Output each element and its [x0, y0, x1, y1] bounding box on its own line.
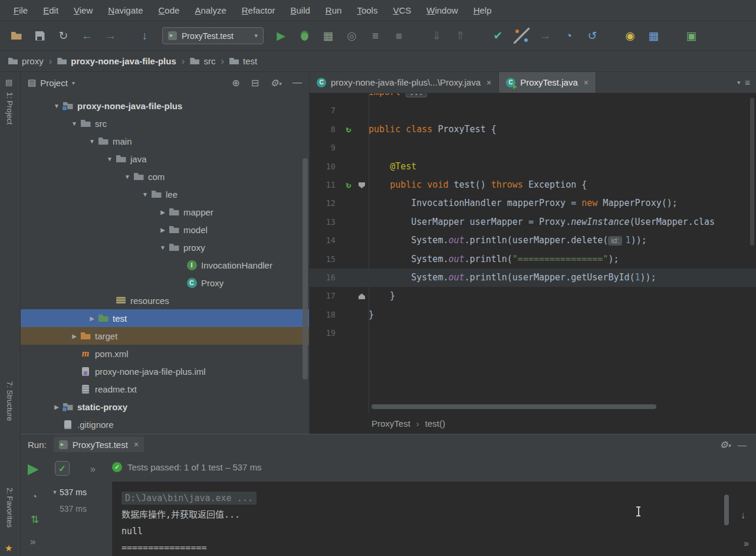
scroll-to-end-icon[interactable]: ↓: [741, 510, 745, 521]
menu-item-navigate[interactable]: Navigate: [100, 5, 150, 15]
tree-row-pom-xml[interactable]: pom.xml: [21, 345, 309, 362]
tree-row-readme-txt[interactable]: readme.txt: [21, 380, 309, 398]
sync-project-icon[interactable]: ▣: [683, 28, 699, 44]
run-button[interactable]: ▶: [273, 28, 289, 44]
breadcrumb-class[interactable]: ProxyTest: [372, 418, 410, 429]
tree-row-proxy[interactable]: Proxy: [21, 274, 309, 292]
tree-row-resources[interactable]: resources: [21, 292, 309, 309]
horizontal-scrollbar[interactable]: [372, 404, 656, 409]
branch-icon[interactable]: [514, 28, 530, 44]
fold-up-icon[interactable]: [356, 287, 369, 305]
test-history-icon[interactable]: ◔: [31, 491, 37, 503]
close-tab-icon[interactable]: ×: [487, 78, 491, 87]
tree-row-target[interactable]: ▶target: [21, 327, 309, 345]
run-line-icon[interactable]: ↻: [341, 176, 356, 194]
stripe-project-button[interactable]: 1: Project: [5, 92, 14, 125]
tree-row-main[interactable]: ▼main: [21, 132, 309, 150]
tree-collapse-arrow-icon[interactable]: ▶: [69, 333, 80, 339]
settings-sync-icon[interactable]: ⇑: [452, 28, 468, 44]
tree-expand-arrow-icon[interactable]: ▼: [69, 120, 80, 127]
tree-collapse-arrow-icon[interactable]: ▶: [87, 315, 97, 322]
project-view-title[interactable]: Project: [40, 78, 68, 88]
debug-icon[interactable]: [297, 28, 313, 44]
run-tab[interactable]: ProxyTest.test ×: [54, 437, 144, 452]
tree-row-src[interactable]: ▼src: [21, 115, 309, 132]
stop-icon[interactable]: ■: [391, 28, 407, 44]
tree-row-proxy-none-java-file-plus[interactable]: ▼proxy-none-java-file-plus: [21, 97, 309, 115]
tree-expand-arrow-icon[interactable]: ▼: [50, 489, 60, 495]
tree-row-test[interactable]: ▶test: [21, 309, 309, 327]
keymap-icon[interactable]: ◉: [622, 28, 638, 44]
menu-item-build[interactable]: Build: [282, 5, 317, 15]
console-scrollbar[interactable]: [724, 495, 729, 525]
rollback-icon[interactable]: ↺: [584, 28, 600, 44]
editor[interactable]: import ...78↻public class ProxyTest {910…: [310, 93, 756, 413]
tab-proxytest-java[interactable]: ProxyTest.java ×: [499, 72, 596, 93]
menu-item-refactor[interactable]: Refactor: [234, 5, 283, 15]
tree-expand-arrow-icon[interactable]: ▼: [51, 103, 62, 109]
commit-icon[interactable]: ✔: [490, 28, 506, 44]
breadcrumb-item-src[interactable]: src: [190, 56, 215, 66]
menu-item-view[interactable]: View: [66, 5, 100, 15]
tree-row-com[interactable]: ▼com: [21, 168, 309, 185]
tree-row-lee[interactable]: ▼lee: [21, 185, 309, 203]
test-tree-row[interactable]: ▼537 ms: [50, 484, 112, 501]
tree-row-gitignore[interactable]: .gitignore: [21, 416, 309, 433]
database-icon[interactable]: ▦: [646, 28, 662, 44]
expand-chevrons[interactable]: »: [90, 464, 96, 475]
push-icon[interactable]: →: [537, 28, 553, 44]
breadcrumb-method[interactable]: test(): [425, 418, 445, 429]
forward-icon[interactable]: →: [103, 28, 119, 44]
collapse-all-button[interactable]: ⊟: [251, 77, 259, 89]
rerun-tests-button[interactable]: ▶: [28, 460, 38, 477]
locate-file-button[interactable]: ⊕: [232, 77, 239, 89]
menu-item-edit[interactable]: Edit: [35, 5, 66, 15]
update-project-icon[interactable]: ↓: [137, 28, 153, 44]
breadcrumb-item-test[interactable]: test: [229, 56, 257, 66]
console[interactable]: D:\Java\bin\java.exe ...数据库操作,并获取返回值...n…: [112, 482, 756, 556]
attach-process-icon[interactable]: ⇓: [429, 28, 445, 44]
coverage-icon[interactable]: ▦: [320, 28, 336, 44]
project-settings-button[interactable]: ⚙▾: [270, 77, 281, 89]
sync-icon[interactable]: ↻: [55, 28, 71, 44]
run-settings-button[interactable]: ⚙▾: [719, 439, 731, 450]
sort-tests-icon[interactable]: ⇅: [31, 514, 39, 526]
menu-item-tools[interactable]: Tools: [349, 5, 385, 15]
console-chevrons[interactable]: »: [744, 538, 749, 549]
tree-collapse-arrow-icon[interactable]: ▶: [157, 209, 168, 215]
run-config-select[interactable]: ProxyTest.test ▾: [162, 27, 264, 44]
editor-scrollbar[interactable]: [750, 98, 754, 246]
tab-proxy-java[interactable]: proxy-none-java-file-plus\...\Proxy.java…: [310, 72, 499, 93]
tree-expand-arrow-icon[interactable]: ▼: [104, 156, 115, 162]
tree-row-proxy[interactable]: ▼proxy: [21, 238, 309, 256]
menu-item-window[interactable]: Window: [419, 5, 465, 15]
menu-item-vcs[interactable]: VCS: [385, 5, 419, 15]
more-options-chevrons[interactable]: »: [30, 536, 35, 548]
save-icon[interactable]: [32, 28, 48, 44]
breadcrumb-item-proxy-none-java-file-plus[interactable]: proxy-none-java-file-plus: [57, 56, 176, 66]
project-scrollbar[interactable]: [303, 158, 308, 380]
tree-expand-arrow-icon[interactable]: ▼: [87, 138, 97, 145]
stripe-structure-button[interactable]: 7: Structure: [5, 381, 14, 421]
thread-dump-icon[interactable]: ≡: [367, 28, 383, 44]
hide-panel-button[interactable]: —: [292, 77, 302, 88]
breadcrumb-item-proxy[interactable]: proxy: [8, 56, 44, 66]
open-folder-icon[interactable]: [8, 28, 24, 44]
tree-collapse-arrow-icon[interactable]: ▶: [51, 404, 62, 410]
editor-options-icon[interactable]: ≡: [745, 77, 750, 87]
menu-item-code[interactable]: Code: [151, 5, 188, 15]
stripe-favorites-button[interactable]: 2: Favorites: [5, 488, 14, 528]
back-icon[interactable]: ←: [79, 28, 95, 44]
close-tab-icon[interactable]: ×: [134, 440, 139, 449]
hide-run-panel-button[interactable]: —: [738, 440, 747, 450]
tab-list-icon[interactable]: ▾: [737, 79, 740, 86]
recent-changes-icon[interactable]: ◔: [561, 28, 577, 44]
tree-expand-arrow-icon[interactable]: ▼: [140, 191, 150, 198]
tree-row-java[interactable]: ▼java: [21, 150, 309, 168]
test-tree-row[interactable]: 537 ms: [50, 501, 112, 517]
tree-row-mapper[interactable]: ▶mapper: [21, 203, 309, 221]
profiler-icon[interactable]: ◎: [344, 28, 360, 44]
tree-row-invocationhandler[interactable]: InvocationHandler: [21, 256, 309, 274]
tree-row-model[interactable]: ▶model: [21, 221, 309, 238]
show-passed-toggle[interactable]: ✓: [55, 461, 70, 476]
